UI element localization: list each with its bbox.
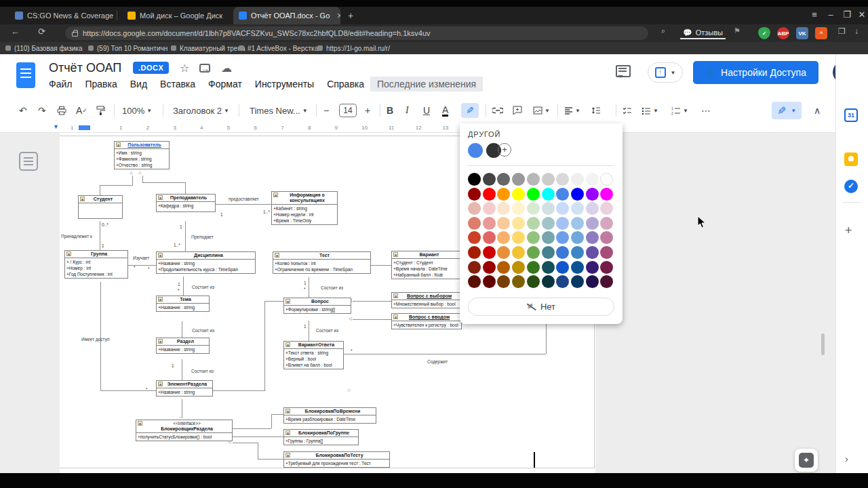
paint-format-icon[interactable] (96, 103, 105, 118)
color-swatch[interactable] (468, 275, 481, 288)
insert-link-icon[interactable] (492, 103, 503, 118)
menu-инструменты[interactable]: Инструменты (255, 79, 314, 89)
calendar-icon[interactable]: 31 (844, 108, 858, 122)
color-swatch[interactable] (600, 188, 613, 201)
color-swatch[interactable] (556, 173, 569, 186)
reload-button[interactable]: ⟳ (38, 26, 45, 37)
menu-формат[interactable]: Формат (208, 79, 242, 89)
color-swatch[interactable] (527, 246, 540, 259)
color-swatch[interactable] (600, 231, 613, 244)
color-swatch[interactable] (600, 246, 613, 259)
tasks-icon[interactable]: ✓ (844, 180, 858, 193)
color-swatch[interactable] (556, 261, 569, 274)
color-swatch[interactable] (542, 246, 555, 259)
color-swatch[interactable] (483, 173, 496, 186)
browser-tab[interactable]: Мой диск – Google Диск (122, 7, 228, 24)
keep-icon[interactable] (844, 152, 858, 166)
bookmark-item[interactable]: #1 ActiveBox - Верстка (239, 43, 318, 53)
numbered-list-icon[interactable]: 12▼ (671, 103, 688, 118)
italic-button[interactable]: I (406, 103, 409, 118)
undo-icon[interactable]: ↶ (19, 103, 27, 118)
color-swatch[interactable] (586, 202, 599, 215)
color-swatch[interactable] (468, 246, 481, 259)
color-swatch[interactable] (527, 275, 540, 288)
menu-файл[interactable]: Файл (49, 79, 72, 89)
restore-button[interactable]: ❐ (840, 9, 854, 20)
bookmark-item[interactable]: (110) Базовая физика (5, 43, 83, 53)
color-swatch[interactable] (600, 202, 613, 215)
bookmark-item[interactable]: https://1l-go.mail.ru/r/ (317, 43, 390, 53)
indent-marker-icon[interactable]: ▼ (53, 123, 59, 130)
star-icon[interactable]: ☆ (180, 62, 189, 75)
color-swatch[interactable] (600, 275, 613, 288)
close-button[interactable]: ✕ (854, 9, 868, 20)
color-swatch[interactable] (497, 231, 510, 244)
menu-вставка[interactable]: Вставка (160, 79, 195, 89)
color-swatch[interactable] (556, 231, 569, 244)
color-swatch[interactable] (571, 217, 584, 230)
color-swatch[interactable] (527, 173, 540, 186)
color-swatch[interactable] (556, 217, 569, 230)
collapse-toolbar-icon[interactable]: ∧ (814, 103, 821, 118)
color-swatch[interactable] (512, 202, 525, 215)
print-icon[interactable] (57, 103, 66, 118)
custom-color-swatch[interactable] (468, 143, 483, 158)
color-swatch[interactable] (542, 202, 555, 215)
color-swatch[interactable] (527, 261, 540, 274)
spellcheck-icon[interactable]: A✓ (76, 103, 87, 118)
color-swatch[interactable] (600, 173, 613, 186)
zoom-select[interactable]: 100%▼ (122, 103, 152, 118)
color-swatch[interactable] (468, 231, 481, 244)
new-tab-button[interactable]: + (342, 7, 359, 24)
color-swatch[interactable] (483, 217, 496, 230)
color-swatch[interactable] (468, 202, 481, 215)
align-icon[interactable]: ▼ (564, 103, 580, 118)
color-swatch[interactable] (556, 202, 569, 215)
color-swatch[interactable] (512, 261, 525, 274)
font-size-value[interactable]: 14 (339, 103, 357, 118)
color-swatch[interactable] (542, 217, 555, 230)
color-swatch[interactable] (527, 231, 540, 244)
browser-menu-icon[interactable]: ≡ (807, 9, 822, 20)
color-swatch[interactable] (571, 275, 584, 288)
color-swatch[interactable] (586, 261, 599, 274)
editing-mode-button[interactable]: ✎▼ (772, 102, 802, 119)
color-swatch[interactable] (468, 261, 481, 274)
minimize-button[interactable]: – (823, 9, 838, 20)
color-swatch[interactable] (483, 231, 496, 244)
color-swatch[interactable] (512, 231, 525, 244)
sovetnik-icon[interactable]: ^ (815, 27, 827, 39)
url-field[interactable]: https://docs.google.com/document/d/1lbh7… (65, 26, 648, 40)
add-comment-icon[interactable] (513, 103, 522, 118)
color-swatch[interactable] (571, 231, 584, 244)
feedback-button[interactable]: 💬 Отзывы (680, 27, 726, 39)
color-swatch[interactable] (527, 202, 540, 215)
color-swatch[interactable] (512, 275, 525, 288)
font-size-decrease[interactable]: − (323, 103, 329, 118)
color-swatch[interactable] (483, 202, 496, 215)
color-swatch[interactable] (497, 202, 510, 215)
color-swatch[interactable] (512, 246, 525, 259)
color-swatch[interactable] (527, 217, 540, 230)
color-swatch[interactable] (586, 217, 599, 230)
color-swatch[interactable] (512, 188, 525, 201)
color-swatch[interactable] (542, 173, 555, 186)
color-swatch[interactable] (497, 217, 510, 230)
bulleted-list-icon[interactable]: ▼ (642, 103, 658, 118)
bold-button[interactable]: B (387, 103, 393, 118)
color-swatch[interactable] (497, 246, 510, 259)
google-docs-logo[interactable] (16, 62, 35, 88)
color-swatch[interactable] (586, 246, 599, 259)
menu-правка[interactable]: Правка (85, 79, 117, 89)
color-swatch[interactable] (556, 246, 569, 259)
color-swatch[interactable] (483, 188, 496, 201)
color-swatch[interactable] (542, 275, 555, 288)
font-size-increase[interactable]: + (365, 103, 370, 118)
color-swatch[interactable] (497, 261, 510, 274)
color-swatch[interactable] (468, 217, 481, 230)
tab-close-icon[interactable]: ✕ (336, 12, 340, 20)
color-swatch[interactable] (483, 261, 496, 274)
line-spacing-icon[interactable] (591, 103, 601, 118)
color-swatch[interactable] (542, 231, 555, 244)
underline-button[interactable]: U (423, 103, 430, 118)
